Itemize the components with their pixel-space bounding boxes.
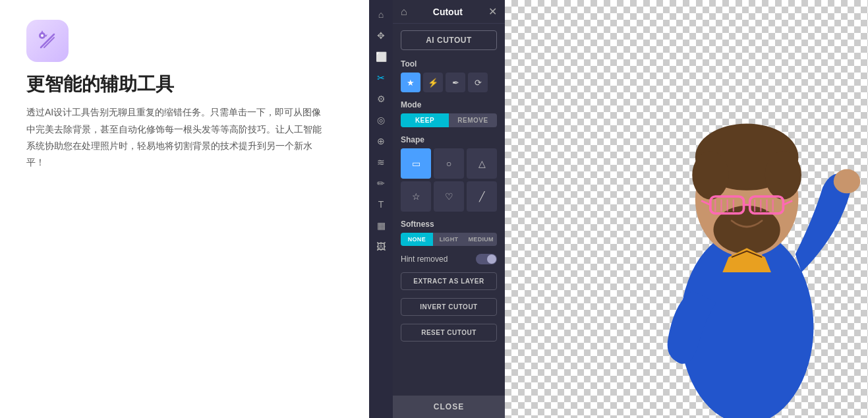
panel-home-icon[interactable]: ⌂ (401, 6, 407, 18)
tool-pen-btn[interactable]: ✒ (446, 73, 465, 92)
shape-triangle-btn[interactable]: △ (467, 148, 497, 179)
toolbar-text[interactable]: T (372, 195, 390, 214)
panel-footer: CLOSE (393, 396, 505, 418)
logo-icon (26, 20, 69, 62)
left-title: 更智能的辅助工具 (26, 73, 343, 96)
ai-cutout-button[interactable]: AI CUTOUT (401, 30, 497, 50)
tool-magic-btn[interactable]: ★ (401, 73, 420, 92)
toolbar-move[interactable]: ✥ (372, 26, 390, 45)
toolbar-settings[interactable]: ⚙ (372, 90, 390, 108)
softness-section: Softness NONE LIGHT MEDIUM (401, 220, 497, 246)
shape-grid: ▭ ○ △ ☆ ♡ ╱ (401, 148, 497, 212)
tool-section: Tool ★ ⚡ ✒ ⟳ (401, 59, 497, 92)
toolbar-image[interactable]: 🖼 (372, 237, 390, 256)
shape-section: Shape ▭ ○ △ ☆ ♡ ╱ (401, 135, 497, 212)
shape-circle-btn[interactable]: ○ (434, 148, 464, 179)
mode-section: Mode KEEP REMOVE (401, 100, 497, 127)
hint-row: Hint removed (401, 254, 497, 264)
canvas-image (625, 36, 868, 418)
reset-cutout-button[interactable]: RESET CUTOUT (401, 324, 497, 342)
shape-star-btn[interactable]: ☆ (401, 181, 431, 212)
toolbar-home[interactable]: ⌂ (372, 5, 390, 24)
mode-label: Mode (401, 100, 497, 109)
shape-square-btn[interactable]: ▭ (401, 148, 431, 179)
svg-point-3 (41, 34, 43, 37)
softness-label: Softness (401, 220, 497, 229)
panel-body: AI CUTOUT Tool ★ ⚡ ✒ ⟳ Mode KEEP (393, 24, 505, 355)
toolbar-crop[interactable]: ⬜ (372, 47, 390, 66)
svg-point-9 (765, 151, 801, 200)
svg-point-24 (834, 169, 861, 194)
toolbar-grid[interactable]: ▦ (372, 216, 390, 235)
canvas-area[interactable] (505, 0, 868, 418)
tool-label: Tool (401, 59, 497, 69)
mode-buttons: KEEP REMOVE (401, 113, 497, 127)
softness-none-button[interactable]: NONE (401, 233, 433, 246)
toolbar-circle[interactable]: ◎ (372, 111, 390, 129)
tool-wand-btn[interactable]: ⚡ (423, 73, 443, 92)
toolbar-waves[interactable]: ≋ (372, 153, 390, 171)
hint-toggle[interactable] (476, 254, 497, 264)
softness-buttons: NONE LIGHT MEDIUM (401, 233, 497, 246)
softness-light-button[interactable]: LIGHT (433, 233, 465, 246)
panel-title: Cutout (407, 7, 488, 17)
mode-keep-button[interactable]: KEEP (401, 113, 449, 127)
softness-medium-button[interactable]: MEDIUM (465, 233, 497, 246)
shape-line-btn[interactable]: ╱ (467, 181, 497, 212)
toolbar-globe[interactable]: ⊕ (372, 132, 390, 150)
extract-layer-button[interactable]: EXTRACT AS LAYER (401, 272, 497, 290)
logo-area (26, 20, 343, 62)
tool-lasso-btn[interactable]: ⟳ (468, 73, 488, 92)
cutout-panel: ⌂ Cutout ✕ AI CUTOUT Tool ★ ⚡ ✒ ⟳ (393, 0, 505, 418)
toolbar-scissors[interactable]: ✂ (372, 69, 390, 87)
panel-header: ⌂ Cutout ✕ (393, 0, 505, 24)
shape-heart-btn[interactable]: ♡ (434, 181, 464, 212)
svg-point-8 (692, 151, 728, 200)
shape-label: Shape (401, 135, 497, 144)
invert-cutout-button[interactable]: INVERT CUTOUT (401, 298, 497, 316)
left-description: 透过AI设计工具告别无聊且重复的缩错任务。只需单击一下，即可从图像中完美去除背景… (26, 104, 330, 171)
hint-label: Hint removed (401, 254, 448, 264)
left-panel: 更智能的辅助工具 透过AI设计工具告别无聊且重复的缩错任务。只需单击一下，即可从… (0, 0, 369, 418)
toolbar-pen[interactable]: ✏ (372, 174, 390, 193)
panel-close-icon[interactable]: ✕ (488, 5, 497, 18)
editor-area: ⌂ ✥ ⬜ ✂ ⚙ ◎ ⊕ ≋ ✏ T ▦ 🖼 ⌂ Cutout ✕ AI CU… (369, 0, 868, 418)
mode-remove-button[interactable]: REMOVE (449, 113, 497, 127)
panel-sections: Tool ★ ⚡ ✒ ⟳ Mode KEEP REMOVE (401, 59, 497, 348)
tool-buttons: ★ ⚡ ✒ ⟳ (401, 73, 497, 92)
toggle-knob (487, 254, 496, 264)
left-toolbar: ⌂ ✥ ⬜ ✂ ⚙ ◎ ⊕ ≋ ✏ T ▦ 🖼 (369, 0, 393, 418)
close-button[interactable]: CLOSE (393, 396, 505, 418)
